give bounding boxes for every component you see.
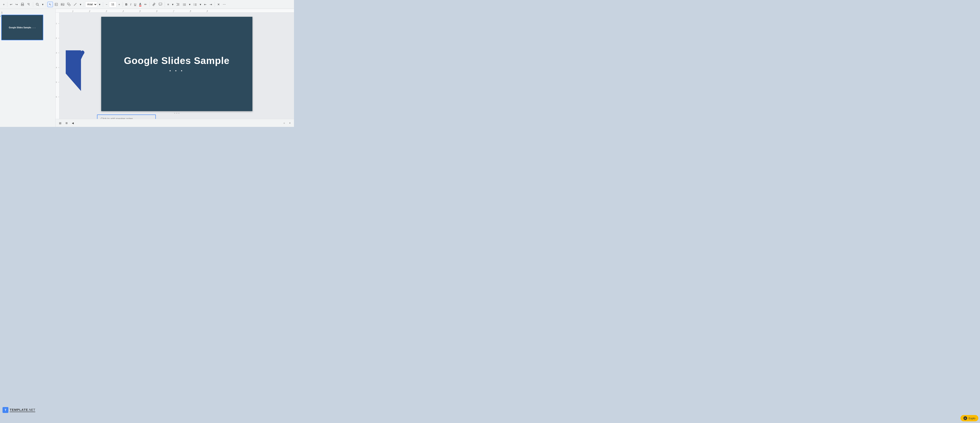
add-button[interactable]: + <box>2 2 6 7</box>
speaker-notes-container <box>97 114 256 119</box>
cursor-button[interactable]: ↖ <box>48 2 53 7</box>
sep7 <box>149 2 150 7</box>
svg-text:9: 9 <box>207 10 208 12</box>
slide-title: Google Slides Sample <box>124 55 229 66</box>
text-button[interactable]: T <box>53 2 59 7</box>
font-color-button[interactable]: A <box>138 2 143 7</box>
svg-rect-2 <box>22 5 23 6</box>
font-size-input[interactable] <box>109 2 116 7</box>
svg-text:4: 4 <box>123 10 124 12</box>
svg-text:4: 4 <box>56 67 57 68</box>
bullets-button[interactable] <box>181 2 187 7</box>
svg-point-3 <box>36 3 38 5</box>
font-increase-button[interactable]: + <box>117 2 121 7</box>
numbered-button[interactable]: 1.2.3. <box>192 2 198 7</box>
slide-dots: • • • <box>169 69 184 73</box>
canvas-area: 1 2 3 4 5 6 7 8 9 <box>56 9 294 127</box>
line-dropdown[interactable]: ▾ <box>78 2 83 7</box>
svg-text:6: 6 <box>156 10 158 12</box>
svg-text:3: 3 <box>106 10 107 12</box>
link-button[interactable] <box>151 2 157 7</box>
bottom-bar: ▤ ⊞ ◀ ○ + <box>56 119 294 127</box>
slide-canvas[interactable]: Google Slides Sample • • • <box>101 17 252 111</box>
svg-point-18 <box>183 5 183 5</box>
main-area: 1 🔗 Google Slides Sample • • • 1 2 <box>0 9 294 127</box>
speaker-notes-input-border[interactable] <box>97 114 156 119</box>
svg-point-16 <box>183 3 183 4</box>
line-spacing-button[interactable] <box>175 2 181 7</box>
sep6 <box>123 2 123 7</box>
align-button[interactable]: ≡ <box>166 2 170 7</box>
svg-text:7: 7 <box>173 10 174 12</box>
numbered-dropdown[interactable]: ▾ <box>199 2 202 7</box>
line-button[interactable] <box>72 2 78 7</box>
collapse-panel-button[interactable]: ◀ <box>70 121 75 125</box>
speaker-notes-input[interactable] <box>101 117 152 119</box>
highlight-button[interactable]: ✏ <box>143 2 148 7</box>
svg-text:1: 1 <box>56 22 57 25</box>
svg-text:2: 2 <box>89 10 90 12</box>
thumbnail-title: Google Slides Sample <box>9 27 31 29</box>
scroll-handle <box>174 113 179 114</box>
toolbar: + ↩ ↪ ▾ ↖ T ▾ Arial ▾ − + B I U A ✏ <box>0 0 294 9</box>
image-button[interactable] <box>60 2 65 7</box>
slide-view-button[interactable]: ▤ <box>57 121 63 125</box>
indent-decrease-button[interactable]: ⇤ <box>203 2 208 7</box>
zoom-button[interactable] <box>35 2 40 7</box>
svg-point-9 <box>68 4 70 6</box>
print-button[interactable] <box>19 2 25 7</box>
svg-text:5: 5 <box>56 81 57 83</box>
zoom-dropdown[interactable]: ▾ <box>41 2 45 7</box>
svg-line-11 <box>74 3 76 6</box>
fit-button[interactable]: ○ <box>282 121 286 125</box>
sep4 <box>84 2 84 7</box>
clear-format-button[interactable]: ✕ <box>216 2 221 7</box>
font-dropdown[interactable]: ▾ <box>98 2 102 7</box>
grid-view-button[interactable]: ⊞ <box>64 121 69 125</box>
svg-text:8: 8 <box>190 10 191 12</box>
svg-line-4 <box>38 5 39 6</box>
thumbnail-dots: • • • <box>31 27 36 29</box>
bold-button[interactable]: B <box>124 2 129 7</box>
arrow-annotation <box>66 50 99 93</box>
svg-rect-7 <box>61 3 64 5</box>
comment-button[interactable] <box>158 2 163 7</box>
font-decrease-button[interactable]: − <box>104 2 108 7</box>
slide-number-row: 1 🔗 Google Slides Sample • • • <box>1 11 54 40</box>
more-button[interactable]: ⋯ <box>221 2 227 7</box>
shape-button[interactable] <box>66 2 72 7</box>
svg-text:T: T <box>56 3 57 6</box>
link-icon: 🔗 <box>0 15 1 19</box>
underline-button[interactable]: U <box>133 2 138 7</box>
ruler-vertical: 1 2 3 4 5 6 <box>56 13 59 119</box>
svg-text:5: 5 <box>140 10 141 12</box>
scroll-dot-1 <box>174 113 175 114</box>
slide-number: 1 <box>1 11 4 14</box>
sep9 <box>215 2 215 7</box>
ruler-horizontal: 1 2 3 4 5 6 7 8 9 <box>56 9 294 13</box>
sep5 <box>103 2 103 7</box>
bullets-dropdown[interactable]: ▾ <box>188 2 192 7</box>
font-family-select[interactable]: Arial <box>85 2 97 7</box>
svg-text:6: 6 <box>56 96 57 98</box>
italic-button[interactable]: I <box>129 2 132 7</box>
redo-button[interactable]: ↪ <box>14 2 19 7</box>
align-dropdown[interactable]: ▾ <box>171 2 175 7</box>
format-paint-button[interactable] <box>26 2 32 7</box>
zoom-in-button[interactable]: + <box>288 121 292 125</box>
svg-text:2: 2 <box>56 37 57 39</box>
svg-point-17 <box>183 4 183 5</box>
undo-button[interactable]: ↩ <box>9 2 14 7</box>
svg-text:1: 1 <box>72 10 73 12</box>
svg-rect-12 <box>159 3 162 5</box>
canvas-with-ruler: 1 2 3 4 5 6 <box>56 13 294 119</box>
scroll-dot-2 <box>177 113 177 114</box>
scroll-dot-3 <box>178 113 179 114</box>
slide-panel: 1 🔗 Google Slides Sample • • • <box>0 9 56 127</box>
slide-thumbnail[interactable]: Google Slides Sample • • • <box>1 15 43 40</box>
svg-text:3.: 3. <box>194 5 194 6</box>
slide-canvas-wrapper: Google Slides Sample • • • <box>59 13 294 119</box>
indent-increase-button[interactable]: ⇥ <box>208 2 213 7</box>
svg-text:3: 3 <box>56 52 57 54</box>
